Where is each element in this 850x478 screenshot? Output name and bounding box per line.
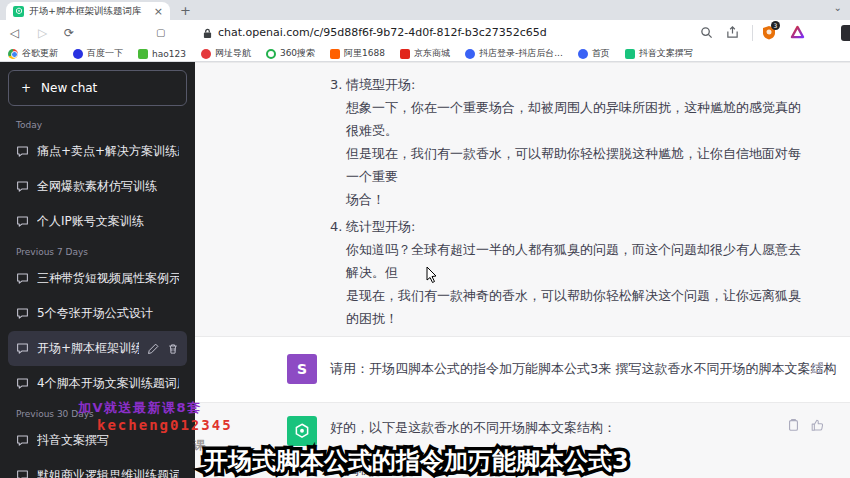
zoom-icon[interactable] xyxy=(700,26,713,43)
url-bar[interactable]: chat.openai.com/c/95d88f6f-9b72-4d0f-812… xyxy=(218,26,547,39)
back-icon[interactable]: ◁ xyxy=(10,25,19,41)
sidebar-item[interactable]: 个人IP账号文案训练 xyxy=(8,204,187,239)
user-message-text: 请用：开场四脚本公式的指令加万能脚本公式3来 撰写这款香水不同开场的脚本文案结构 xyxy=(330,354,806,384)
new-tab-button[interactable]: + xyxy=(180,4,191,17)
watermark-line-2: kecheng012345 xyxy=(97,417,233,433)
toolbar-divider xyxy=(752,25,753,41)
video-subtitle: 开场式脚本公式的指令加万能脚本公式3 开场式脚本公式的指令加万能脚本公式3 xyxy=(204,445,629,477)
doudian-icon xyxy=(465,49,475,59)
sidebar-item[interactable]: 全网爆款素材仿写训练 xyxy=(8,169,187,204)
baidu-icon xyxy=(73,49,83,59)
share-icon[interactable] xyxy=(726,26,739,43)
list-item-4: 4. 统计型开场: 你知道吗？全球有超过一半的人都有狐臭的问题，而这个问题却很少… xyxy=(330,215,806,330)
sidebar-item[interactable]: 默姐商业逻辑思维训练题词库 xyxy=(8,458,187,478)
edit-message-icon[interactable] xyxy=(811,361,824,374)
extension-badge: 3 xyxy=(771,21,780,30)
sidebar-item[interactable]: 三种带货短视频属性案例示范 xyxy=(8,261,187,296)
chrome-icon xyxy=(8,49,18,59)
new-chat-button[interactable]: + New chat xyxy=(8,70,187,106)
chat-bubble-icon xyxy=(16,180,29,193)
sidebar-item[interactable]: 5个夸张开场公式设计 xyxy=(8,296,187,331)
list-item-3: 3. 情境型开场: 想象一下，你在一个重要场合，却被周围人的异味所困扰，这种尴尬… xyxy=(330,73,806,211)
extension-shield-icon[interactable]: 3 xyxy=(762,25,776,44)
nav-bar: ◁ ▷ ⟳ ▢ chat.openai.com/c/95d88f6f-9b72-… xyxy=(0,20,850,46)
tab-close-icon[interactable]: × xyxy=(154,6,163,17)
chevron-down-icon[interactable]: ⌄ xyxy=(834,2,842,13)
360-search-icon xyxy=(266,49,276,59)
browser-window: 开场+脚本框架训练题词库 × + ⌄ ◁ ▷ ⟳ ▢ chat.openai.c… xyxy=(0,0,850,478)
bookmark-item[interactable]: 抖音文案撰写 xyxy=(625,47,693,60)
assistant-message-top: 3. 情境型开场: 想象一下，你在一个重要场合，却被周围人的异味所困扰，这种尴尬… xyxy=(195,62,850,337)
chatgpt-avatar-icon xyxy=(287,416,317,446)
profile-avatar[interactable] xyxy=(841,25,850,41)
chat-bubble-icon xyxy=(16,272,29,285)
bookmark-item[interactable]: 阿里1688 xyxy=(330,47,385,60)
section-label-prev7: Previous 7 Days xyxy=(8,239,187,261)
chat-bubble-icon xyxy=(16,377,29,390)
bookmark-item[interactable]: 首页 xyxy=(578,47,610,60)
alibaba-icon xyxy=(330,49,340,59)
tab-strip: 开场+脚本框架训练题词库 × + ⌄ xyxy=(0,0,850,20)
chat-bubble-icon xyxy=(16,307,29,320)
chat-bubble-icon xyxy=(16,469,29,478)
mouse-cursor xyxy=(425,266,439,284)
plus-icon: + xyxy=(21,81,31,95)
thumbs-up-icon[interactable] xyxy=(810,418,824,432)
assistant-intro: 好的，以下是这款香水的不同开场脚本文案结构： xyxy=(330,416,806,439)
section-label-today: Today xyxy=(8,112,187,134)
user-avatar: S xyxy=(287,354,317,384)
tab-title: 开场+脚本框架训练题词库 xyxy=(29,5,150,18)
copy-icon[interactable] xyxy=(787,418,800,432)
home-icon xyxy=(578,49,588,59)
bookmark-item[interactable]: 京东商城 xyxy=(400,47,450,60)
nav-site-icon xyxy=(201,49,211,59)
sidebar-item-selected[interactable]: 开场+脚本框架训练题 xyxy=(8,331,187,366)
bookmark-item[interactable]: 谷歌更新 xyxy=(8,47,58,60)
chatgpt-bookmark-icon xyxy=(625,49,635,59)
chat-bubble-icon xyxy=(16,145,29,158)
reload-icon[interactable]: ⟳ xyxy=(64,25,74,41)
forward-icon[interactable]: ▷ xyxy=(38,25,47,41)
bookmarks-bar: 谷歌更新 百度一下 hao123 网址导航 360搜索 阿里1688 京东商城 … xyxy=(0,46,850,62)
trash-icon[interactable] xyxy=(167,343,179,355)
sidebar-item[interactable]: 痛点+卖点+解决方案训练题词 xyxy=(8,134,187,169)
watermark-line-1: 加V就送最新课8套 xyxy=(78,399,202,417)
browser-tab[interactable]: 开场+脚本框架训练题词库 × xyxy=(6,2,170,20)
chat-area: 3. 情境型开场: 想象一下，你在一个重要场合，却被周围人的异味所困扰，这种尴尬… xyxy=(195,62,850,478)
bookmark-item[interactable]: 百度一下 xyxy=(73,47,123,60)
jd-icon xyxy=(400,49,410,59)
chat-bubble-icon xyxy=(16,434,29,447)
user-message: S 请用：开场四脚本公式的指令加万能脚本公式3来 撰写这款香水不同开场的脚本文案… xyxy=(195,337,850,402)
hao123-icon xyxy=(138,49,148,59)
extension-triangle-icon[interactable] xyxy=(790,25,805,43)
chat-bubble-icon xyxy=(16,215,29,228)
edit-pencil-icon[interactable] xyxy=(147,343,159,355)
reading-list-icon[interactable]: ▢ xyxy=(156,25,165,41)
lock-icon xyxy=(203,27,212,43)
chat-bubble-icon xyxy=(16,342,29,355)
bookmark-item[interactable]: hao123 xyxy=(138,49,186,59)
bookmark-item[interactable]: 360搜索 xyxy=(266,47,315,60)
bookmark-item[interactable]: 抖店登录-抖店后台... xyxy=(465,47,563,60)
sidebar-item[interactable]: 4个脚本开场文案训练题词库 xyxy=(8,366,187,401)
bookmark-item[interactable]: 网址导航 xyxy=(201,47,251,60)
chatgpt-favicon-icon xyxy=(13,6,24,17)
